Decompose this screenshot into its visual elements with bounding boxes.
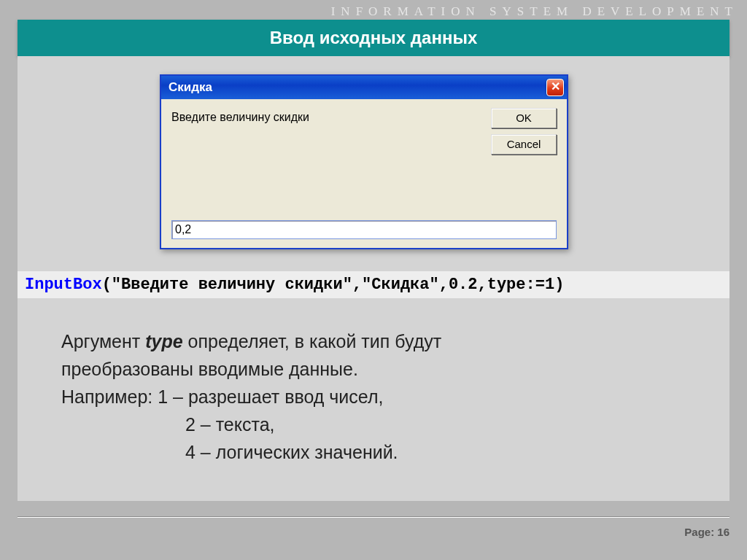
- body-line-5: 4 – логических значений.: [185, 438, 747, 466]
- slide-title: Ввод исходных данных: [18, 20, 729, 56]
- header-strip: INFORMATION SYSTEM DEVELOPMENT: [0, 0, 747, 20]
- code-sample: InputBox("Введите величину скидки","Скид…: [18, 271, 729, 298]
- body-keyword-type: type: [145, 331, 182, 351]
- dialog-title-text: Скидка: [169, 80, 212, 94]
- body-line-4: 2 – текста,: [185, 411, 747, 438]
- body-line-2: преобразованы вводимые данные.: [61, 355, 689, 383]
- dialog-titlebar: Скидка ✕: [161, 76, 567, 99]
- inputbox-dialog: Скидка ✕ Введите величину скидки OK Canc…: [160, 74, 568, 249]
- body-l1b: определяет, в какой тип будут: [183, 331, 442, 351]
- cancel-button[interactable]: Cancel: [491, 134, 557, 155]
- body-line-1: Аргумент type определяет, в какой тип бу…: [61, 327, 689, 355]
- close-icon: ✕: [551, 80, 560, 93]
- footer-divider: [18, 516, 729, 518]
- close-button[interactable]: ✕: [546, 79, 564, 96]
- code-arguments: ("Введите величину скидки","Скидка",0.2,…: [102, 276, 565, 294]
- body-line-3: Например: 1 – разрешает ввод чисел,: [61, 383, 689, 411]
- dialog-prompt: Введите величину скидки: [171, 111, 309, 124]
- slide-content: Скидка ✕ Введите величину скидки OK Canc…: [18, 56, 729, 501]
- ok-button[interactable]: OK: [491, 108, 557, 128]
- value-input[interactable]: [171, 220, 557, 239]
- code-function-name: InputBox: [25, 276, 102, 294]
- body-l1a: Аргумент: [61, 331, 145, 351]
- page-number: Page: 16: [684, 526, 729, 538]
- dialog-body: Введите величину скидки OK Cancel: [161, 99, 567, 249]
